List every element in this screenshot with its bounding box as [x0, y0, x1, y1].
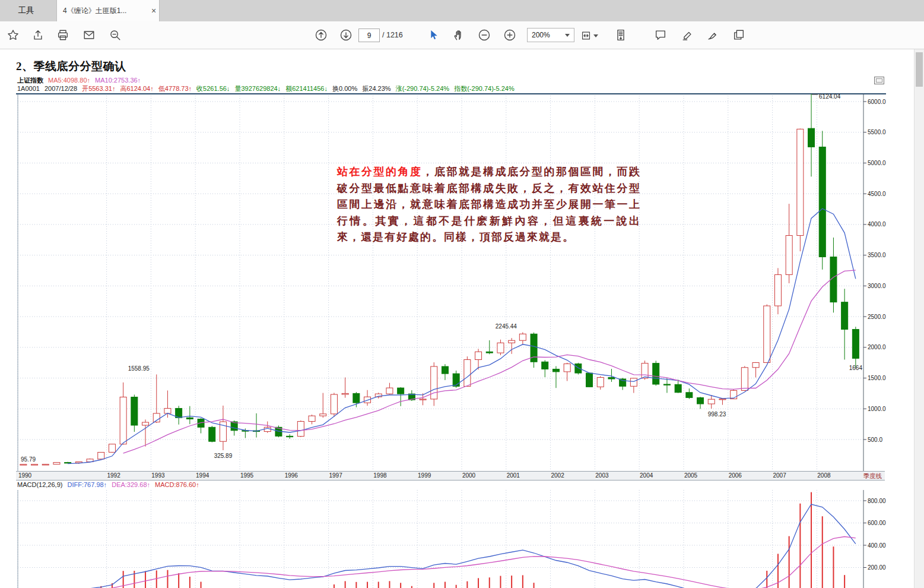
dea-value: DEA:329.68↑ [112, 481, 150, 488]
x-axis-year-label: 2005 [682, 472, 700, 479]
close-value: 收5261.56↓ [196, 85, 230, 92]
zoom-out-button[interactable] [476, 28, 493, 43]
svg-text:998.23: 998.23 [708, 411, 726, 418]
highlight-button[interactable] [679, 28, 696, 43]
star-icon [7, 29, 20, 42]
svg-text:6000.0: 6000.0 [868, 99, 886, 105]
envelope-icon [82, 29, 96, 42]
magnifier-minus-icon [109, 29, 122, 42]
amplitude-value: 振24.23% [362, 85, 390, 92]
diff-value: DIFF:767.98↑ [67, 481, 107, 488]
marquee-zoom-button[interactable] [107, 28, 123, 43]
svg-text:95.79: 95.79 [21, 456, 36, 463]
select-cursor-icon [427, 29, 440, 42]
volume-value: 量3927629824↓ [234, 85, 281, 92]
amount-value: 额621411456↓ [285, 85, 328, 92]
previous-page-button[interactable] [313, 28, 329, 43]
svg-text:800.00: 800.00 [868, 498, 886, 504]
chevron-down-icon [593, 34, 598, 37]
page-number-input[interactable] [358, 29, 380, 42]
zoom-in-button[interactable] [501, 28, 518, 43]
pdf-reader-window: 工具 4《缠论》土匪版1... × [0, 0, 924, 588]
circle-arrow-up-icon [315, 29, 328, 42]
document-page: 2、季线底分分型确认 上证指数 MA5:4098.80↑ MA10:2753.3… [0, 49, 924, 588]
zoom-level-label: 200% [532, 31, 550, 39]
macd-label: MACD(12,26,9) [17, 481, 62, 488]
svg-text:200.00: 200.00 [868, 564, 886, 571]
zoom-level-select[interactable]: 200% [527, 28, 574, 42]
x-axis-year-label: 1997 [327, 472, 345, 479]
x-axis-year-label: 1990 [16, 472, 34, 479]
stock-chart-figure: 上证指数 MA5:4098.80↑ MA10:2753.36↑ 1A0001 2… [16, 75, 886, 588]
comment-button[interactable] [652, 28, 669, 43]
annotation-text: 站在分型的角度，底部就是構成底分型的那個區間，而跌破分型最低點意味着底部構成失敗… [337, 164, 641, 246]
x-axis-year-label: 1992 [105, 472, 123, 479]
x-axis-year-label: 2006 [726, 472, 744, 479]
x-axis-year-label: 1998 [371, 472, 389, 479]
fit-page-button[interactable] [577, 28, 602, 43]
svg-text:325.89: 325.89 [214, 453, 233, 459]
circle-plus-icon [503, 29, 516, 42]
macd-value: MACD:876.60↑ [155, 481, 199, 488]
svg-text:1664: 1664 [849, 365, 863, 371]
ma5-value: MA5:4098.80↑ [48, 77, 90, 84]
index-name: 上证指数 [17, 77, 43, 84]
change-value: 涨(-290.74)-5.24% [396, 85, 450, 92]
fit-width-icon [580, 29, 592, 42]
email-button[interactable] [81, 28, 97, 43]
highlighter-icon [681, 29, 694, 42]
toolbar: / 1216 200% [0, 21, 924, 49]
x-axis-year-label: 2000 [460, 472, 478, 479]
svg-text:5000.0: 5000.0 [868, 160, 886, 166]
macd-info-line: MACD(12,26,9) DIFF:767.98↑ DEA:329.68↑ M… [17, 481, 202, 488]
svg-text:3000.0: 3000.0 [868, 283, 886, 289]
upload-arrow-icon [31, 29, 45, 42]
scrolling-page-icon [614, 29, 627, 42]
x-axis-year-label: 2002 [549, 472, 567, 479]
circle-arrow-down-icon [339, 29, 353, 42]
tab-bar: 工具 4《缠论》土匪版1... × [0, 0, 924, 21]
document-tab-title: 4《缠论》土匪版1... [57, 6, 148, 16]
share-button[interactable] [30, 28, 46, 43]
low-value: 低4778.73↑ [158, 85, 192, 92]
svg-text:4000.0: 4000.0 [868, 221, 886, 227]
document-tab[interactable]: 4《缠论》土匪版1... × [56, 0, 160, 21]
tools-tab-label: 工具 [18, 6, 34, 15]
select-tool-button[interactable] [425, 28, 442, 43]
svg-text:1500.0: 1500.0 [868, 375, 886, 381]
sign-button[interactable] [704, 28, 721, 43]
next-page-button[interactable] [338, 28, 354, 43]
svg-text:2000.0: 2000.0 [868, 344, 886, 350]
x-axis-year-label: 2007 [771, 472, 789, 479]
x-axis-year-label: 2004 [637, 472, 655, 479]
tab-close-icon[interactable]: × [148, 0, 159, 21]
x-axis-year-label: 1996 [282, 472, 300, 479]
svg-text:1558.95: 1558.95 [128, 365, 150, 372]
turnover-value: 换0.00% [332, 85, 357, 92]
annotation-highlight: 站在分型的角度 [337, 166, 423, 178]
svg-text:2245.44: 2245.44 [496, 323, 517, 330]
svg-text:6124.04: 6124.04 [819, 93, 841, 100]
svg-text:4500.0: 4500.0 [868, 191, 886, 197]
svg-text:5500.0: 5500.0 [868, 129, 886, 135]
svg-text:600.00: 600.00 [868, 520, 886, 526]
open-value: 开5563.31↑ [82, 85, 115, 92]
stamp-button[interactable] [731, 28, 747, 43]
svg-text:500.0: 500.0 [868, 437, 882, 443]
hand-tool-button[interactable] [450, 28, 467, 43]
tools-tab[interactable]: 工具 [0, 0, 52, 21]
pen-nib-icon [706, 29, 719, 42]
high-value: 高6124.04↑ [120, 85, 153, 92]
vertical-scrollbar[interactable] [914, 49, 924, 588]
svg-text:2500.0: 2500.0 [868, 314, 886, 320]
index-change-value: 指数(-290.74)-5.24% [454, 85, 515, 92]
chart-window-icon [874, 77, 884, 84]
x-axis-year-label: 1994 [193, 472, 211, 479]
scrollbar-thumb[interactable] [916, 52, 923, 87]
print-button[interactable] [55, 28, 71, 43]
page-display-mode-button[interactable] [612, 28, 629, 43]
x-axis-year-label: 2001 [504, 472, 522, 479]
period-label: 季度线 [863, 472, 882, 480]
printer-icon [56, 29, 69, 42]
favorite-button[interactable] [5, 28, 21, 43]
